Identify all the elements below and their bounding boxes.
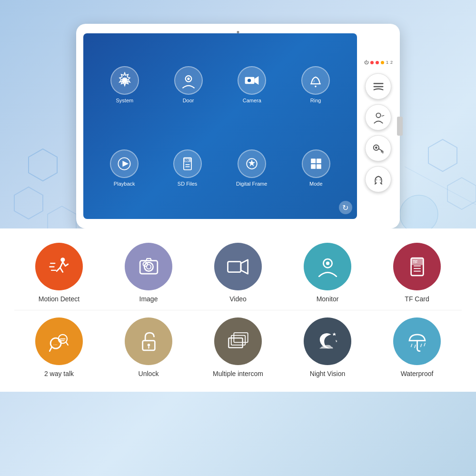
svg-point-15 — [248, 79, 251, 82]
screen-inner: System Door — [83, 33, 357, 219]
svg-text:SD: SD — [184, 158, 188, 161]
ch1-label: 1 — [386, 60, 388, 65]
svg-text:TF: TF — [413, 260, 417, 264]
motion-detect-label: Motion Detect — [39, 295, 79, 303]
multiple-intercom-label: Multiple intercom — [213, 370, 263, 377]
svg-rect-28 — [317, 159, 321, 163]
menu-item-digitalframe[interactable]: Digital Frame — [236, 149, 267, 187]
mode-label: Mode — [309, 181, 323, 187]
status-row: ⏻ 1 2 — [364, 60, 393, 65]
row-divider — [14, 310, 462, 310]
feature-night-vision: Night Vision — [289, 317, 366, 377]
feature-monitor: Monitor — [289, 243, 366, 303]
feature-motion-detect: Motion Detect — [21, 243, 97, 303]
intercom-button[interactable] — [365, 166, 391, 192]
status-dot-3 — [381, 61, 384, 64]
svg-point-12 — [187, 77, 189, 79]
playback-icon — [110, 149, 139, 178]
ring-icon: ♪ — [301, 66, 330, 95]
svg-marker-20 — [123, 160, 129, 167]
svg-line-43 — [60, 262, 62, 268]
menu-row-2: Playback SD SD — [93, 149, 347, 187]
feature-tf-card: TF TF Card — [379, 243, 455, 303]
ring-label: Ring — [310, 98, 321, 103]
tf-card-icon: TF — [393, 243, 441, 290]
svg-rect-30 — [317, 164, 321, 169]
side-physical-button[interactable] — [397, 117, 403, 136]
menu-button[interactable] — [365, 73, 391, 99]
svg-marker-77 — [336, 339, 337, 342]
camera-icon — [238, 66, 266, 95]
svg-text:...: ... — [53, 340, 57, 346]
svg-point-39 — [375, 146, 377, 149]
menu-item-playback[interactable]: Playback — [110, 149, 139, 187]
svg-line-81 — [420, 344, 421, 347]
sdfiles-label: SD Files — [178, 181, 198, 187]
power-label: ⏻ — [364, 60, 368, 65]
svg-marker-76 — [332, 332, 336, 336]
feature-image: Image — [110, 243, 187, 303]
svg-point-58 — [326, 261, 329, 265]
feature-waterproof: Waterproof — [379, 317, 455, 377]
refresh-icon[interactable]: ↻ — [339, 201, 352, 214]
digitalframe-label: Digital Frame — [236, 181, 267, 187]
svg-line-44 — [57, 268, 60, 271]
image-label: Image — [139, 295, 158, 303]
waterproof-icon — [393, 317, 441, 365]
person-button[interactable] — [365, 104, 391, 130]
mode-icon — [302, 149, 330, 178]
svg-point-54 — [146, 264, 150, 268]
device: System Door — [76, 24, 400, 228]
camera-label: Camera — [243, 98, 261, 103]
svg-line-79 — [411, 344, 412, 347]
ch2-label: 2 — [390, 60, 393, 65]
feature-two-way-talk: ... 2 way talk — [21, 317, 97, 377]
key-button[interactable] — [365, 135, 391, 161]
svg-point-9 — [122, 78, 127, 82]
menu-item-door[interactable]: Door — [174, 66, 203, 103]
menu-item-sdfiles[interactable]: SD SD Files — [173, 149, 202, 187]
svg-point-33 — [376, 113, 380, 117]
menu-item-camera[interactable]: Camera — [238, 66, 266, 103]
unlock-label: Unlock — [139, 370, 159, 377]
system-icon — [110, 66, 139, 95]
playback-label: Playback — [114, 181, 135, 187]
svg-rect-29 — [311, 164, 316, 169]
side-buttons-panel: ⏻ 1 2 — [364, 60, 393, 192]
feature-video: Video — [200, 243, 276, 303]
device-section: System Door — [0, 0, 476, 228]
image-icon — [125, 243, 172, 290]
door-icon — [174, 66, 203, 95]
multiple-intercom-icon — [214, 317, 262, 365]
svg-rect-27 — [311, 159, 316, 163]
svg-line-45 — [60, 268, 62, 272]
two-way-talk-icon: ... — [35, 317, 83, 365]
door-label: Door — [183, 98, 194, 103]
motion-detect-icon — [35, 243, 83, 290]
features-section: Motion Detect Image — [0, 228, 476, 392]
two-way-talk-label: 2 way talk — [44, 370, 74, 377]
screen[interactable]: System Door — [83, 33, 357, 219]
svg-point-17 — [315, 85, 317, 87]
features-row-2: ... 2 way talk Unlock — [14, 313, 462, 382]
svg-marker-14 — [255, 76, 259, 85]
unlock-icon — [125, 317, 172, 365]
features-row-1: Motion Detect Image — [14, 238, 462, 307]
sdfiles-icon: SD — [173, 149, 202, 178]
night-vision-icon — [304, 317, 351, 365]
monitor-icon — [304, 243, 351, 290]
svg-line-47 — [65, 264, 68, 266]
menu-item-mode[interactable]: Mode — [302, 149, 330, 187]
svg-marker-56 — [241, 259, 248, 273]
svg-line-34 — [382, 115, 385, 116]
svg-line-80 — [415, 345, 416, 347]
tf-card-label: TF Card — [405, 295, 429, 303]
video-label: Video — [229, 295, 247, 303]
system-label: System — [116, 98, 134, 103]
menu-row-1: System Door — [93, 66, 347, 103]
feature-multiple-intercom: Multiple intercom — [200, 317, 276, 377]
menu-item-ring[interactable]: ♪ Ring — [301, 66, 330, 103]
monitor-label: Monitor — [317, 295, 339, 303]
svg-text:♪: ♪ — [313, 78, 316, 83]
menu-item-system[interactable]: System — [110, 66, 139, 103]
